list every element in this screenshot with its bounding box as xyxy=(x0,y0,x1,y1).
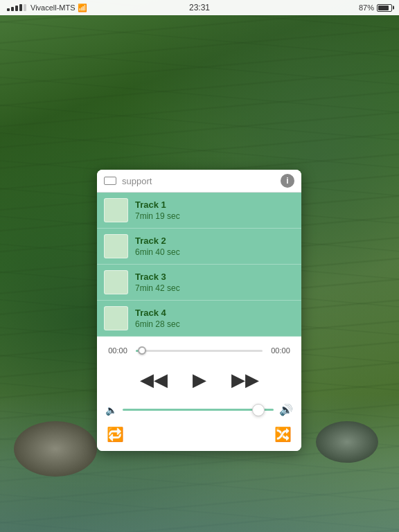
track-thumb-1 xyxy=(104,198,128,222)
signal-dot-5 xyxy=(24,4,26,11)
signal-icon xyxy=(7,4,26,11)
track-duration-2: 6min 40 sec xyxy=(135,247,294,257)
track-info-1: Track 1 7min 19 sec xyxy=(135,200,294,221)
signal-dot-3 xyxy=(15,6,18,11)
signal-dot-2 xyxy=(11,7,14,11)
shuffle-button[interactable]: 🔀 xyxy=(274,426,292,443)
progress-thumb xyxy=(138,346,146,355)
track-name-3: Track 3 xyxy=(135,272,294,283)
playback-controls: ◀◀ ▶ ▶▶ xyxy=(97,360,301,399)
status-right: 87% xyxy=(359,3,392,12)
carrier-name: Vivacell-MTS xyxy=(30,3,76,12)
volume-section: 🔈 🔊 xyxy=(97,399,301,420)
signal-dot-4 xyxy=(19,4,22,11)
progress-row: 00:00 00:00 xyxy=(105,346,293,355)
track-item-3[interactable]: Track 3 7min 42 sec xyxy=(97,265,301,301)
time-current: 00:00 xyxy=(105,346,130,355)
track-thumb-4 xyxy=(104,306,128,330)
track-item-1[interactable]: Track 1 7min 19 sec xyxy=(97,193,301,229)
volume-thumb xyxy=(252,404,265,416)
volume-low-icon: 🔈 xyxy=(105,405,117,416)
info-button[interactable]: i xyxy=(281,174,294,188)
track-thumb-2 xyxy=(104,234,128,258)
battery-fill xyxy=(378,6,389,10)
status-time: 23:31 xyxy=(189,3,210,12)
track-list: Track 1 7min 19 sec Track 2 6min 40 sec … xyxy=(97,193,301,337)
track-thumb-3 xyxy=(104,270,128,294)
track-item-4[interactable]: Track 4 6min 28 sec xyxy=(97,301,301,337)
support-label: support xyxy=(122,176,275,186)
rock-decoration-2 xyxy=(316,421,378,463)
track-info-3: Track 3 7min 42 sec xyxy=(135,272,294,293)
volume-track[interactable] xyxy=(123,409,274,411)
signal-dot-1 xyxy=(7,8,10,11)
track-duration-3: 7min 42 sec xyxy=(135,283,294,293)
track-duration-4: 6min 28 sec xyxy=(135,319,294,329)
progress-track[interactable] xyxy=(136,350,263,352)
track-name-4: Track 4 xyxy=(135,308,294,319)
bottom-controls: 🔁 🔀 xyxy=(97,420,301,451)
track-name-2: Track 2 xyxy=(135,236,294,247)
progress-section: 00:00 00:00 xyxy=(97,337,301,360)
battery-percent: 87% xyxy=(359,3,374,12)
status-left: Vivacell-MTS 📶 xyxy=(7,3,87,12)
player-card: support i Track 1 7min 19 sec Track 2 6m… xyxy=(97,170,301,451)
repeat-button[interactable]: 🔁 xyxy=(107,426,124,443)
rewind-button[interactable]: ◀◀ xyxy=(141,367,166,392)
track-info-4: Track 4 6min 28 sec xyxy=(135,308,294,329)
player-top-bar: support i xyxy=(97,170,301,193)
play-button[interactable]: ▶ xyxy=(187,367,212,392)
track-name-1: Track 1 xyxy=(135,200,294,211)
track-duration-1: 7min 19 sec xyxy=(135,211,294,221)
track-item-2[interactable]: Track 2 6min 40 sec xyxy=(97,229,301,265)
time-total: 00:00 xyxy=(268,346,293,355)
status-bar: Vivacell-MTS 📶 23:31 87% xyxy=(0,0,399,15)
volume-high-icon: 🔊 xyxy=(279,403,293,416)
track-info-2: Track 2 6min 40 sec xyxy=(135,236,294,257)
forward-button[interactable]: ▶▶ xyxy=(233,367,258,392)
wifi-icon: 📶 xyxy=(78,3,87,12)
battery-icon xyxy=(377,4,392,12)
rock-decoration-1 xyxy=(14,421,97,477)
mail-icon xyxy=(104,177,116,185)
